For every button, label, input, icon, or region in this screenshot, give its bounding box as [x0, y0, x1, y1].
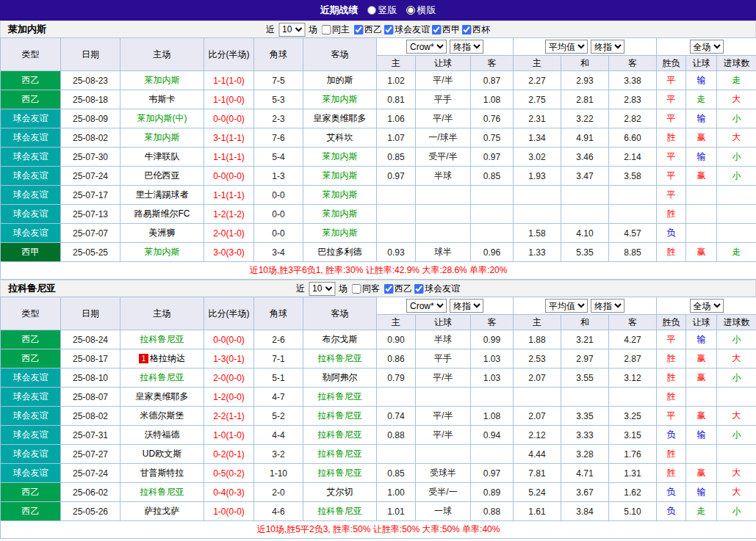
away-team-cell[interactable]: 拉科鲁尼亚 [303, 445, 377, 464]
handicap-odds-cell: 受平/半 [416, 148, 471, 167]
match-row: 球会友谊25-07-24甘普斯特拉0-5(0-2)1-10拉科鲁尼亚0.85受球… [1, 464, 756, 483]
corner-cell: 2-6 [254, 330, 303, 349]
home-team-cell[interactable]: 沃特福德 [120, 426, 204, 445]
same-venue-checkbox[interactable] [321, 25, 331, 35]
league-filter[interactable]: 西乙 [353, 23, 382, 36]
home-team-cell[interactable]: 拉科鲁尼亚 [120, 483, 204, 502]
match-row: 西乙25-06-02拉科鲁尼亚0-4(0-3)2-0艾尔切1.00受半/一0.8… [1, 483, 756, 502]
home-team-cell[interactable]: 萨拉戈萨 [120, 502, 204, 521]
average-odds-cell: 3.67 [561, 483, 609, 502]
league-checkbox[interactable] [414, 284, 423, 294]
average-odds-cell: 1.31 [609, 464, 657, 483]
horizontal-layout-radio[interactable] [406, 6, 415, 15]
away-team-cell[interactable]: 莱加内斯 [303, 205, 377, 224]
away-team-cell[interactable]: 莱加内斯 [303, 186, 377, 205]
final-odds-select[interactable]: 终指 [450, 299, 483, 313]
away-team-cell[interactable]: 拉科鲁尼亚 [303, 388, 377, 407]
score-cell: 0-2(0-1) [204, 445, 254, 464]
home-team-cell[interactable]: 韦斯卡 [120, 90, 204, 109]
away-team-cell[interactable]: 加的斯 [303, 71, 377, 90]
home-team-cell[interactable]: 1格拉纳达 [120, 349, 204, 368]
home-team-cell[interactable]: 甘普斯特拉 [120, 464, 204, 483]
league-filter[interactable]: 西乙 [384, 283, 412, 295]
away-team-cell[interactable]: 巴拉多利德 [303, 243, 377, 262]
away-team-cell[interactable]: 拉科鲁尼亚 [303, 407, 377, 426]
same-venue-checkbox[interactable] [351, 284, 361, 294]
league-checkbox[interactable] [384, 284, 393, 294]
away-team-cell[interactable]: 拉科鲁尼亚 [303, 502, 377, 521]
away-team-cell[interactable]: 皇家奥维耶多 [303, 109, 377, 128]
same-venue-filter[interactable]: 同主 [321, 23, 350, 36]
league-filter[interactable]: 西甲 [431, 23, 460, 36]
away-team-cell[interactable]: 拉科鲁尼亚 [303, 349, 377, 368]
col-away: 客场 [303, 38, 377, 71]
home-team-cell[interactable]: 里士满踢球者 [120, 186, 204, 205]
handicap-odds-cell: 1.01 [377, 502, 416, 521]
home-team-cell[interactable]: 拉科鲁尼亚 [120, 368, 204, 388]
home-team-cell[interactable]: 路易斯维尔FC [120, 205, 204, 224]
league-checkbox[interactable] [461, 25, 471, 35]
league-checkbox[interactable] [431, 25, 441, 35]
home-team-cell[interactable]: 拉科鲁尼亚 [120, 330, 204, 349]
average-select[interactable]: 平均值 [545, 299, 588, 313]
home-team-cell[interactable]: UD欧文斯 [120, 445, 204, 464]
layout-option-horizontal[interactable]: 横版 [406, 4, 436, 17]
away-team-cell[interactable]: 勒阿弗尔 [303, 368, 377, 388]
result-cell: 赢 [686, 464, 717, 483]
handicap-odds-cell [377, 205, 416, 224]
sub-home-win: 主 [514, 315, 561, 330]
home-team-cell[interactable]: 莱加内斯 [120, 243, 204, 262]
home-team-cell[interactable]: 美洲狮 [120, 224, 204, 243]
away-team-name: 莱加内斯 [323, 189, 358, 200]
away-team-cell[interactable]: 布尔戈斯 [303, 330, 377, 349]
away-team-cell[interactable]: 莱加内斯 [303, 90, 377, 109]
league-filter[interactable]: 球会友谊 [384, 23, 430, 36]
home-team-cell[interactable]: 牛津联队 [120, 148, 204, 167]
summary-row: 近10场,胜3平6负1, 胜率:30% 让胜率:42.9% 大率:28.6% 单… [1, 262, 756, 280]
handicap-odds-cell: 0.87 [471, 71, 514, 90]
home-team-name: 巴伦西亚 [145, 170, 180, 181]
sub-draw: 和 [561, 315, 609, 330]
away-team-cell[interactable]: 莱加内斯 [303, 167, 377, 186]
away-team-cell[interactable]: 艾尔切 [303, 483, 377, 502]
corner-cell: 0-0 [254, 205, 303, 224]
home-team-cell[interactable]: 皇家奥维耶多 [120, 388, 204, 407]
away-team-cell[interactable]: 拉科鲁尼亚 [303, 426, 377, 445]
bookmaker-select[interactable]: Crow* [406, 299, 447, 313]
fullmatch-select[interactable]: 全场 [690, 299, 724, 313]
away-team-cell[interactable]: 艾科坎 [303, 128, 377, 148]
average-odds-cell: 3.25 [609, 407, 657, 426]
final-odds-select-2[interactable]: 终指 [591, 299, 624, 313]
bookmaker-select[interactable]: Crow* [406, 40, 447, 54]
league-checkbox[interactable] [384, 25, 393, 35]
home-team-cell[interactable]: 莱加内斯 [120, 128, 204, 148]
sub-handicap-result: 让球 [686, 315, 717, 330]
handicap-odds-cell: 0.81 [377, 90, 416, 109]
average-select[interactable]: 平均值 [545, 40, 588, 54]
average-odds-cell: 1.88 [514, 330, 561, 349]
away-team-cell[interactable]: 莱加内斯 [303, 224, 377, 243]
fullmatch-select[interactable]: 全场 [690, 40, 724, 54]
layout-option-vertical[interactable]: 竖版 [367, 4, 397, 17]
home-team-cell[interactable]: 巴伦西亚 [120, 167, 204, 186]
match-count-select[interactable]: 10 [309, 282, 335, 296]
date-cell: 25-07-17 [61, 186, 120, 205]
league-filter[interactable]: 西杯 [461, 23, 490, 36]
league-cell: 球会友谊 [1, 464, 61, 483]
home-team-cell[interactable]: 莱加内斯(中) [120, 109, 204, 128]
away-team-name: 莱加内斯 [323, 170, 358, 181]
home-team-cell[interactable]: 米德尔斯堡 [120, 407, 204, 426]
match-count-select[interactable]: 10 [278, 23, 305, 37]
average-odds-cell [561, 205, 609, 224]
final-odds-select[interactable]: 终指 [450, 40, 483, 54]
league-filter[interactable]: 球会友谊 [414, 283, 460, 295]
final-odds-select-2[interactable]: 终指 [591, 40, 624, 54]
same-venue-filter[interactable]: 同客 [351, 283, 380, 295]
away-team-cell[interactable]: 拉科鲁尼亚 [303, 464, 377, 483]
away-team-cell[interactable]: 莱加内斯 [303, 148, 377, 167]
home-team-cell[interactable]: 莱加内斯 [120, 71, 204, 90]
corner-cell: 5-4 [254, 148, 303, 167]
away-team-name: 莱加内斯 [323, 94, 358, 104]
vertical-layout-radio[interactable] [367, 6, 376, 15]
league-checkbox[interactable] [353, 25, 363, 35]
